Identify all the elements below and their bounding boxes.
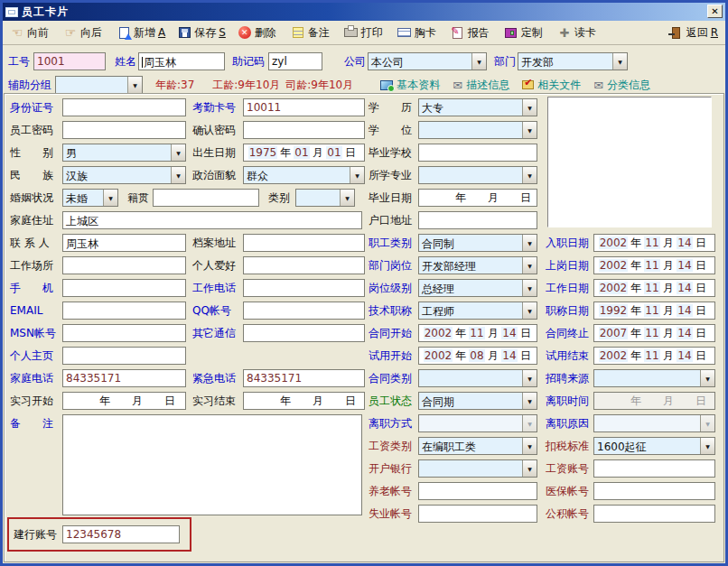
medical-account-input[interactable]: [593, 482, 715, 500]
birth-date-field-year-unit: 年: [277, 145, 294, 161]
political-status-select[interactable]: 群众▼: [243, 166, 365, 184]
report-button[interactable]: 报告: [451, 25, 492, 41]
probation-end-date[interactable]: 2002年11月14日: [593, 347, 715, 365]
company-select[interactable]: 本公司▼: [368, 52, 487, 70]
name-field[interactable]: 周玉林: [138, 52, 225, 70]
registered-address-input[interactable]: [418, 211, 537, 229]
housing-fund-account-input[interactable]: [593, 505, 715, 523]
homepage-input[interactable]: [62, 347, 186, 365]
work-date-field[interactable]: 2002年11月14日: [593, 279, 715, 297]
tech-title-select[interactable]: 工程师▼: [418, 302, 537, 320]
tab-basic-info[interactable]: 基本资料: [380, 78, 440, 93]
post-level-label: 岗位级别: [369, 279, 418, 297]
unemployment-account-input[interactable]: [418, 505, 537, 523]
birth-date-field[interactable]: 1975年01月01日: [243, 144, 365, 162]
note-button[interactable]: 备注: [291, 25, 332, 41]
return-button[interactable]: 返回R: [669, 25, 718, 41]
save-button[interactable]: 保存S: [177, 25, 226, 41]
leave-method-select[interactable]: ▼: [418, 414, 537, 432]
mnemonic-field[interactable]: zyl: [268, 52, 322, 70]
qq-account-input[interactable]: [243, 302, 365, 320]
contract-start-date[interactable]: 2002年11月14日: [418, 324, 537, 342]
department-select[interactable]: 开发部▼: [518, 52, 628, 70]
probation-start-date[interactable]: 2002年08月14日: [418, 347, 537, 365]
ethnicity-select[interactable]: 汉族▼: [62, 166, 186, 184]
email-input[interactable]: [62, 302, 186, 320]
hobbies-input[interactable]: [243, 256, 365, 274]
probation-start-label: 试用开始: [369, 347, 418, 365]
mobile-input[interactable]: [62, 279, 186, 297]
emergency-phone-input[interactable]: 84335171: [243, 369, 365, 387]
tab-classify-info[interactable]: ✉ 分类信息: [593, 78, 650, 93]
prev-button[interactable]: ☜ 向前: [10, 25, 51, 41]
dropdown-arrow-icon: ▼: [340, 190, 354, 206]
dropdown-arrow-icon[interactable]: ▼: [612, 53, 627, 70]
next-button-label: 向后: [80, 25, 102, 41]
internship-start-date[interactable]: 年月日: [62, 392, 186, 410]
readcard-button[interactable]: ✚ 读卡: [557, 25, 599, 41]
delete-button[interactable]: ✕ 删除: [238, 25, 279, 41]
probation-end-label: 试用结束: [544, 347, 592, 365]
confirm-password-input[interactable]: [243, 121, 365, 139]
native-place-input[interactable]: [153, 189, 259, 207]
other-contact-input[interactable]: [243, 324, 365, 342]
employee-password-label: 员工密码: [10, 121, 62, 139]
workplace-input[interactable]: [62, 256, 186, 274]
title-date-field[interactable]: 1992年11月14日: [593, 302, 715, 320]
staff-category-select[interactable]: 合同制▼: [418, 234, 537, 252]
dept-position-select[interactable]: 开发部经理▼: [418, 256, 537, 274]
education-select[interactable]: 大专▼: [418, 98, 537, 116]
next-button[interactable]: ☞ 向后: [63, 25, 105, 41]
contract-end-date-day-unit: 日: [693, 326, 709, 341]
archive-address-input[interactable]: [243, 234, 365, 252]
badge-button[interactable]: 胸卡: [397, 25, 439, 41]
tax-standard-select[interactable]: 1600起征▼: [593, 437, 715, 455]
start-post-date-field[interactable]: 2002年11月14日: [593, 256, 715, 274]
msn-account-input[interactable]: [62, 324, 186, 342]
marital-status-select[interactable]: 未婚▼: [62, 189, 118, 207]
leave-reason-select[interactable]: ▼: [593, 414, 715, 432]
hire-date-field[interactable]: 2002年11月14日: [593, 234, 715, 252]
dropdown-arrow-icon[interactable]: ▼: [127, 77, 142, 93]
degree-select[interactable]: ▼: [418, 121, 537, 139]
employee-status-select[interactable]: 合同期▼: [418, 392, 537, 410]
salary-account-input[interactable]: [593, 459, 715, 478]
major-select[interactable]: ▼: [418, 166, 537, 184]
work-date-field-month: 11: [644, 282, 660, 294]
gender-select[interactable]: 男▼: [62, 144, 186, 162]
id-card-input[interactable]: [62, 98, 186, 116]
work-phone-input[interactable]: [243, 279, 365, 297]
attendance-card-input[interactable]: 10011: [243, 98, 365, 116]
customize-button[interactable]: 定制: [504, 25, 546, 41]
dropdown-arrow-icon[interactable]: ▼: [471, 53, 486, 70]
close-button[interactable]: ✕: [707, 5, 723, 18]
home-phone-input[interactable]: 84335171: [62, 369, 186, 387]
recruit-source-select[interactable]: ▼: [593, 369, 715, 387]
ccb-account-input[interactable]: 12345678: [62, 525, 180, 543]
print-button[interactable]: 打印: [344, 25, 386, 41]
remarks-textarea[interactable]: [62, 414, 362, 515]
opening-bank-select[interactable]: ▼: [418, 459, 537, 478]
category-select[interactable]: ▼: [295, 189, 355, 207]
attendance-card-input-value: 10011: [247, 101, 281, 114]
contract-type-select[interactable]: ▼: [418, 369, 537, 387]
start-post-date-field-month: 11: [644, 259, 660, 272]
tab-describe-info[interactable]: ✉ 描述信息: [453, 78, 509, 93]
contract-end-date[interactable]: 2007年11月14日: [593, 324, 715, 342]
aux-group-select[interactable]: ▼: [55, 76, 143, 94]
contact-person-input[interactable]: 周玉林: [62, 234, 186, 252]
prev-button-label: 向前: [27, 25, 49, 41]
leave-date-field[interactable]: 年月日: [593, 392, 715, 410]
new-button[interactable]: 新增A: [117, 25, 165, 41]
employee-password-input[interactable]: [62, 121, 186, 139]
graduation-date-field[interactable]: 年月日: [418, 189, 537, 207]
tab-related-files-label: 相关文件: [537, 78, 581, 93]
post-level-select[interactable]: 总经理▼: [418, 279, 537, 297]
employee-no-field[interactable]: 1001: [33, 52, 106, 70]
pension-account-input[interactable]: [418, 482, 537, 500]
tab-related-files[interactable]: 相关文件: [522, 78, 581, 93]
home-address-input[interactable]: 上城区: [62, 211, 362, 229]
salary-category-select[interactable]: 在编职工类▼: [418, 437, 537, 455]
graduate-school-input[interactable]: [418, 144, 537, 162]
internship-end-date[interactable]: 年月日: [243, 392, 365, 410]
